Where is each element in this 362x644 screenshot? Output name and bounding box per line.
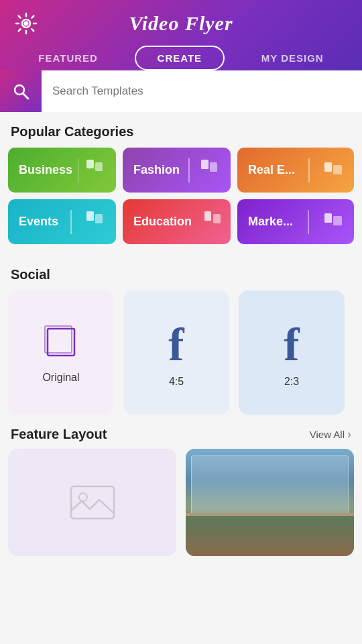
svg-rect-15: [333, 216, 342, 225]
cat-divider: [70, 210, 72, 234]
feature-layout-title: Feature Layout: [11, 427, 107, 442]
social-section: Social Original f 4:5 f 2:3: [0, 250, 362, 415]
realestate-icon: [323, 158, 343, 182]
feature-card-placeholder[interactable]: [8, 449, 176, 556]
placeholder-image-icon: [66, 476, 119, 529]
events-icon: [84, 209, 105, 235]
original-icon: [41, 322, 81, 372]
svg-point-19: [79, 493, 87, 501]
category-realestate[interactable]: Real E...: [237, 148, 354, 193]
cat-divider: [308, 210, 309, 234]
svg-rect-9: [333, 165, 342, 174]
app-title: Video Flyer: [129, 12, 233, 35]
social-card-original[interactable]: Original: [8, 290, 114, 415]
svg-rect-18: [71, 486, 114, 519]
category-marketing[interactable]: Marke...: [237, 199, 354, 244]
feature-cards: [0, 449, 362, 570]
social-card-facebook45-label: 4:5: [169, 376, 184, 388]
header-top: Video Flyer: [13, 12, 349, 35]
search-bar: [0, 70, 362, 112]
search-icon-box: [0, 70, 42, 112]
social-card-facebook23[interactable]: f 2:3: [239, 290, 345, 415]
category-education[interactable]: Education: [123, 199, 231, 244]
svg-rect-6: [201, 160, 208, 169]
tab-my-design[interactable]: MY DESIGN: [248, 46, 337, 70]
header: Video Flyer FEATURED CREATE MY DESIGN: [0, 0, 362, 70]
category-business[interactable]: Business: [8, 148, 116, 193]
svg-rect-10: [86, 211, 94, 221]
svg-rect-16: [48, 329, 74, 356]
svg-rect-13: [213, 214, 221, 223]
feature-layout-header: Feature Layout View All ›: [0, 415, 362, 449]
business-icon: [84, 157, 105, 183]
svg-rect-7: [210, 162, 217, 172]
svg-rect-11: [95, 214, 103, 223]
arrow-icon: ›: [347, 427, 351, 441]
svg-rect-14: [324, 213, 332, 223]
svg-rect-4: [86, 160, 94, 168]
svg-rect-8: [324, 162, 332, 172]
social-card-facebook23-label: 2:3: [284, 376, 299, 388]
social-card-original-label: Original: [42, 372, 79, 384]
cat-divider: [78, 158, 78, 182]
feature-card-photo[interactable]: [186, 449, 354, 556]
gear-icon[interactable]: [13, 11, 39, 36]
search-icon: [11, 82, 30, 101]
svg-rect-17: [45, 326, 72, 353]
feature-layout-section: Feature Layout View All ›: [0, 415, 362, 570]
svg-rect-12: [204, 211, 211, 221]
photo-simulation: [186, 449, 354, 556]
popular-categories-title: Popular Categories: [0, 112, 362, 148]
marketing-icon: [323, 210, 343, 233]
education-icon: [202, 209, 223, 234]
facebook-icon-45: f: [168, 318, 184, 372]
svg-line-3: [23, 94, 29, 99]
tab-create[interactable]: CREATE: [135, 46, 225, 70]
social-card-facebook45[interactable]: f 4:5: [123, 290, 229, 415]
categories-row-2: Events Education: [8, 199, 354, 244]
tab-featured[interactable]: FEATURED: [25, 46, 111, 70]
social-cards: Original f 4:5 f 2:3: [0, 290, 362, 415]
fashion-icon: [198, 157, 220, 183]
category-events[interactable]: Events: [8, 199, 116, 244]
category-fashion[interactable]: Fashion: [123, 148, 231, 193]
social-section-title: Social: [0, 255, 362, 290]
categories-grid: Business Fashion: [0, 148, 362, 250]
search-input[interactable]: [42, 70, 362, 112]
facebook-icon-23: f: [284, 318, 299, 372]
svg-point-1: [24, 21, 29, 26]
cat-divider: [308, 158, 310, 182]
svg-rect-5: [95, 162, 103, 171]
view-all-button[interactable]: View All ›: [310, 427, 351, 441]
realestate-label: Real E...: [248, 163, 295, 177]
cat-divider: [188, 158, 190, 182]
nav-tabs: FEATURED CREATE MY DESIGN: [13, 46, 349, 70]
popular-categories-section: Popular Categories Business Fashion: [0, 112, 362, 250]
categories-row-1: Business Fashion: [8, 148, 354, 193]
marketing-label: Marke...: [248, 215, 293, 229]
